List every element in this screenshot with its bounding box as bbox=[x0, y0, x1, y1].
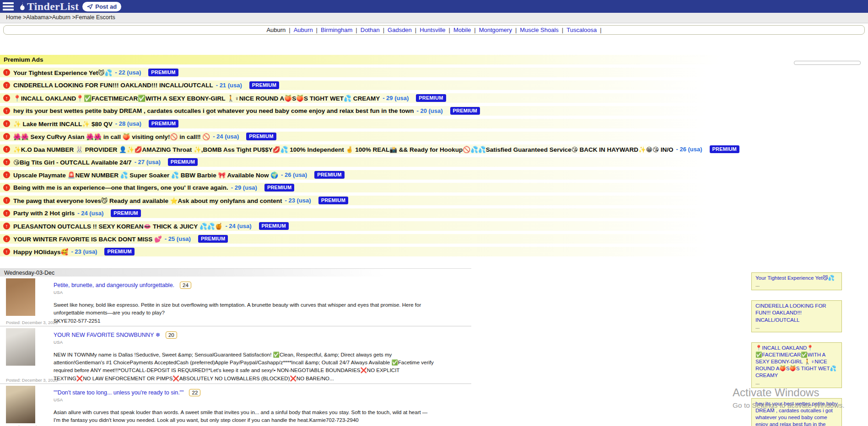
listing-thumbnail[interactable] bbox=[6, 278, 35, 316]
brand-logo[interactable]: TinderList bbox=[18, 1, 79, 12]
city-link[interactable]: Dothan bbox=[361, 27, 380, 33]
sidebar-ad-ellipsis: ... bbox=[755, 324, 838, 331]
city-link[interactable]: Tuscaloosa bbox=[566, 27, 597, 33]
sidebar-ad-box[interactable]: CINDERELLA LOOKING FOR FUN!!! OAKLAND!!!… bbox=[751, 300, 842, 332]
premium-sidebar: Your Tightest Experience Yet😼💦 ... CINDE… bbox=[751, 272, 842, 426]
premium-ad-title[interactable]: Being with me is an experience—one that … bbox=[13, 184, 228, 191]
premium-ad-row[interactable]: ↑ ✨K.O Daa NUMBER 🐰 PROVIDER 👤✨💋AMAZING … bbox=[0, 144, 753, 154]
premium-ad-title[interactable]: 😘Big Tits Girl - OUTCALL Available 24/7 bbox=[13, 159, 132, 166]
listing-main-column: ""Don't stare too long... unless you're … bbox=[54, 386, 434, 426]
current-city-label: Auburn bbox=[266, 27, 286, 33]
premium-ad-row[interactable]: ↑ 📍INCALL OAKLAND📍✅FACETIME/CAR✅WITH A S… bbox=[0, 93, 753, 103]
premium-ads-heading: Premium Ads bbox=[0, 55, 753, 64]
premium-ad-row[interactable]: ↑ PLEASANTON OUTCALLS !! SEXY KOREAN👄 TH… bbox=[0, 221, 753, 231]
city-separator: | bbox=[415, 27, 416, 33]
city-link[interactable]: Mobile bbox=[453, 27, 471, 33]
city-link[interactable]: Auburn bbox=[294, 27, 313, 33]
premium-ad-row[interactable]: ↑ YOUR WINTER FAVORITE IS BACK DONT MISS… bbox=[0, 234, 753, 244]
ad-placeholder-box[interactable] bbox=[794, 61, 861, 65]
premium-ad-title[interactable]: Party with 2 Hot girls bbox=[13, 210, 75, 217]
city-links-bar: Auburn | Auburn | Birmingham | Dothan | … bbox=[3, 25, 865, 35]
sidebar-ad-link[interactable]: Your Tightest Experience Yet😼💦 bbox=[755, 275, 838, 282]
listing-item: Posted: December 3, 2025 YOUR NEW FAVORI… bbox=[0, 326, 471, 383]
city-separator: | bbox=[474, 27, 475, 33]
premium-ad-age: - 28 (usa) bbox=[115, 120, 141, 127]
premium-ad-title[interactable]: ✨K.O Daa NUMBER 🐰 PROVIDER 👤✨💋AMAZING Th… bbox=[13, 146, 674, 153]
premium-ad-age: - 29 (usa) bbox=[383, 95, 409, 101]
listing-description: NEW IN TOWNMy name is Dallas !Seductive,… bbox=[54, 351, 434, 383]
listing-left-column: Posted: December 3, 2025 bbox=[6, 386, 44, 426]
premium-ad-row[interactable]: ↑ ✨ Lake Merritt INCALL✨ $80 QV - 28 (us… bbox=[0, 119, 753, 128]
flame-icon bbox=[18, 1, 27, 11]
premium-ad-row[interactable]: ↑ Upscale Playmate 🚨NEW NUMBER 💦 Super S… bbox=[0, 170, 753, 180]
premium-ad-title[interactable]: Happy HOlidays🥰 bbox=[13, 248, 68, 256]
listing-title-row: YOUR NEW FAVORITE SNOWBUNNY ❄ 20 bbox=[54, 331, 434, 339]
premium-ad-row[interactable]: ↑ hey its your best wettes petite baby D… bbox=[0, 106, 753, 116]
premium-ad-title[interactable]: 🌺🌺 Sexy CuRvy Asian 🌺🌺 in call 🍑 visitin… bbox=[13, 133, 210, 140]
up-arrow-icon: ↑ bbox=[3, 223, 10, 229]
premium-ad-row[interactable]: ↑ Party with 2 Hot girls - 24 (usa) PREM… bbox=[0, 208, 753, 218]
premium-ad-title[interactable]: ✨ Lake Merritt INCALL✨ $80 QV bbox=[13, 120, 113, 128]
listing-item: Posted: December 3, 2025 ""Don't stare t… bbox=[0, 383, 471, 426]
up-arrow-icon: ↑ bbox=[3, 82, 10, 89]
listing-left-column: Posted: December 3, 2025 bbox=[6, 278, 44, 325]
premium-ad-title[interactable]: 📍INCALL OAKLAND📍✅FACETIME/CAR✅WITH A SEX… bbox=[13, 95, 380, 102]
premium-ad-row[interactable]: ↑ Happy HOlidays🥰 - 23 (usa) PREMIUM bbox=[0, 247, 753, 256]
up-arrow-icon: ↑ bbox=[3, 133, 10, 140]
post-ad-button[interactable]: Post ad bbox=[82, 2, 121, 11]
premium-ad-row[interactable]: ↑ 🌺🌺 Sexy CuRvy Asian 🌺🌺 in call 🍑 visit… bbox=[0, 132, 753, 141]
city-link[interactable]: Birmingham bbox=[321, 27, 352, 33]
up-arrow-icon: ↑ bbox=[3, 120, 10, 127]
listing-thumbnail[interactable] bbox=[6, 386, 35, 423]
listing-location: USA bbox=[54, 290, 434, 295]
sidebar-ad-ellipsis: ... bbox=[755, 282, 838, 289]
premium-badge: PREMIUM bbox=[318, 197, 348, 204]
posted-date: Posted: December 3, 2025 bbox=[6, 378, 44, 383]
premium-ad-row[interactable]: ↑ 😘Big Tits Girl - OUTCALL Available 24/… bbox=[0, 157, 753, 167]
city-link[interactable]: Montgomery bbox=[479, 27, 512, 33]
premium-ad-title[interactable]: PLEASANTON OUTCALLS !! SEXY KOREAN👄 THIC… bbox=[13, 223, 222, 230]
premium-ad-age: - 22 (usa) bbox=[115, 69, 141, 76]
premium-badge: PREMIUM bbox=[104, 248, 134, 256]
premium-ad-row[interactable]: ↑ The pawg that everyone loves😼 Ready an… bbox=[0, 196, 753, 205]
premium-ad-age: - 27 (usa) bbox=[135, 159, 161, 165]
listing-title-link[interactable]: Petite, brunette, and dangerously unforg… bbox=[54, 282, 174, 288]
sidebar-ad-box[interactable]: Your Tightest Experience Yet😼💦 ... bbox=[751, 272, 842, 290]
listing-title-link[interactable]: ""Don't stare too long... unless you're … bbox=[54, 389, 183, 396]
premium-ad-title[interactable]: CINDERELLA LOOKING FOR FUN!!! OAKLAND!!!… bbox=[13, 82, 213, 89]
sidebar-ad-link[interactable]: CINDERELLA LOOKING FOR FUN!!! OAKLAND!!!… bbox=[755, 303, 838, 324]
up-arrow-icon: ↑ bbox=[3, 69, 10, 76]
sidebar-ad-box[interactable]: 📍INCALL OAKLAND📍✅FACETIME/CAR✅WITH A SEX… bbox=[751, 342, 842, 388]
breadcrumb[interactable]: Home >Alabama>Auburn >Female Escorts bbox=[0, 13, 868, 23]
up-arrow-icon: ↑ bbox=[3, 210, 10, 217]
premium-ad-age: - 25 (usa) bbox=[165, 235, 191, 242]
premium-ad-title[interactable]: Your Tightest Experience Yet😼💦 bbox=[13, 69, 112, 76]
premium-ad-title[interactable]: YOUR WINTER FAVORITE IS BACK DONT MISS 💕 bbox=[13, 235, 162, 243]
up-arrow-icon: ↑ bbox=[3, 197, 10, 204]
premium-ad-title[interactable]: hey its your best wettes petite baby DRE… bbox=[13, 107, 414, 114]
premium-ad-row[interactable]: ↑ CINDERELLA LOOKING FOR FUN!!! OAKLAND!… bbox=[0, 80, 753, 90]
listing-main-column: Petite, brunette, and dangerously unforg… bbox=[54, 278, 434, 325]
premium-ad-title[interactable]: Upscale Playmate 🚨NEW NUMBER 💦 Super Soa… bbox=[13, 171, 278, 179]
sidebar-ad-link[interactable]: 📍INCALL OAKLAND📍✅FACETIME/CAR✅WITH A SEX… bbox=[755, 345, 838, 379]
premium-ad-age: - 20 (usa) bbox=[416, 107, 442, 114]
sidebar-ad-ellipsis: ... bbox=[755, 379, 838, 387]
premium-ad-row[interactable]: ↑ Your Tightest Experience Yet😼💦 - 22 (u… bbox=[0, 68, 753, 77]
city-link[interactable]: Huntsville bbox=[420, 27, 445, 33]
premium-badge: PREMIUM bbox=[168, 158, 198, 166]
sidebar-ad-box[interactable]: hey its your best wettes petite baby DRE… bbox=[751, 398, 842, 426]
city-link[interactable]: Gadsden bbox=[388, 27, 412, 33]
sidebar-ad-link[interactable]: hey its your best wettes petite baby DRE… bbox=[755, 400, 838, 426]
listing-title-link[interactable]: YOUR NEW FAVORITE SNOWBUNNY ❄ bbox=[54, 331, 160, 338]
city-link[interactable]: Muscle Shoals bbox=[520, 27, 559, 33]
premium-ads-section: Premium Ads ↑ Your Tightest Experience Y… bbox=[0, 55, 868, 256]
premium-ad-age: - 24 (usa) bbox=[77, 210, 103, 217]
hamburger-menu-icon[interactable] bbox=[2, 1, 14, 11]
listing-main-column: YOUR NEW FAVORITE SNOWBUNNY ❄ 20 USA NEW… bbox=[54, 328, 434, 383]
premium-ad-row[interactable]: ↑ Being with me is an experience—one tha… bbox=[0, 183, 753, 192]
premium-badge: PREMIUM bbox=[264, 184, 294, 192]
up-arrow-icon: ↑ bbox=[3, 107, 10, 114]
brand-name: TinderList bbox=[27, 1, 79, 12]
premium-ad-title[interactable]: The pawg that everyone loves😼 Ready and … bbox=[13, 197, 282, 204]
listing-thumbnail[interactable] bbox=[6, 328, 35, 366]
